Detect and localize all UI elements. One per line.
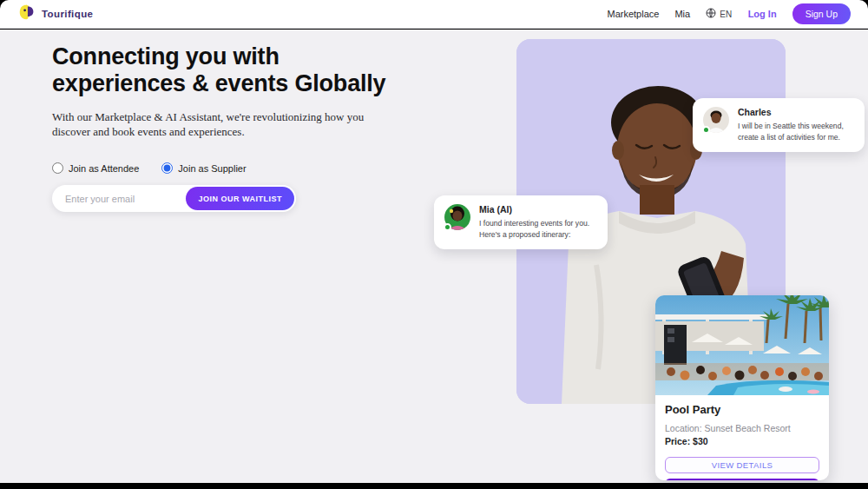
charles-message: I will be in Seattle this weekend, creat… — [738, 121, 854, 143]
mia-avatar — [444, 204, 470, 230]
event-title: Pool Party — [665, 403, 819, 416]
brand-logo[interactable]: Tourifique — [17, 3, 93, 25]
charles-name: Charles — [738, 107, 854, 117]
join-waitlist-button[interactable]: JOIN OUR WAITLIST — [186, 187, 294, 210]
mia-bubble-content: Mia (AI) I found interesting events for … — [479, 204, 597, 241]
supplier-radio-input[interactable] — [161, 162, 173, 174]
radio-join-as-supplier[interactable]: Join as Supplier — [161, 162, 246, 174]
book-now-button[interactable]: BOOK NOW — [665, 479, 819, 480]
brand-name: Tourifique — [42, 9, 93, 19]
role-radio-group: Join as Attendee Join as Supplier — [52, 162, 417, 174]
page-title: Connecting you with experiences & events… — [52, 43, 417, 98]
page-title-line2: experiences & events Globally — [52, 70, 417, 97]
mia-name: Mia (AI) — [479, 204, 597, 215]
mia-message: I found interesting events for you. Here… — [479, 218, 597, 241]
supplier-radio-label: Join as Supplier — [178, 163, 246, 174]
language-code: EN — [720, 10, 733, 19]
nav-item-mia[interactable]: Mia — [674, 9, 690, 19]
tourifique-logo-icon — [17, 3, 36, 25]
pool-party-image — [655, 295, 829, 395]
event-card-pool-party: Pool Party Location: Sunset Beach Resort… — [655, 295, 829, 480]
chat-bubble-mia: Mia (AI) I found interesting events for … — [434, 195, 608, 249]
waitlist-form: JOIN OUR WAITLIST — [52, 185, 296, 212]
top-navbar: Tourifique Marketplace Mia EN Log In Sig… — [0, 0, 868, 29]
hero-subtitle: With our Marketplace & AI Assistant, we'… — [52, 110, 398, 140]
nav-item-marketplace[interactable]: Marketplace — [607, 9, 659, 19]
online-status-dot — [444, 223, 451, 231]
language-selector[interactable]: EN — [706, 6, 733, 22]
event-location: Location: Sunset Beach Resort — [665, 423, 819, 433]
chat-bubble-charles: Charles I will be in Seattle this weeken… — [693, 98, 865, 152]
charles-avatar — [703, 107, 729, 133]
nav-links: Marketplace Mia EN Log In Sign Up — [607, 3, 851, 24]
attendee-radio-label: Join as Attendee — [69, 163, 139, 174]
page: Tourifique Marketplace Mia EN Log In Sig… — [0, 0, 868, 489]
view-details-button[interactable]: VIEW DETAILS — [665, 457, 819, 473]
attendee-radio-input[interactable] — [52, 162, 63, 174]
charles-bubble-content: Charles I will be in Seattle this weeken… — [738, 107, 854, 143]
event-price: Price: $30 — [665, 436, 819, 446]
signup-button[interactable]: Sign Up — [792, 3, 851, 24]
hero-section: Connecting you with experiences & events… — [0, 30, 868, 483]
event-card-body: Pool Party Location: Sunset Beach Resort… — [655, 395, 829, 480]
hero-content: Connecting you with experiences & events… — [52, 43, 417, 212]
login-link[interactable]: Log In — [748, 9, 777, 19]
globe-icon — [706, 6, 716, 22]
radio-join-as-attendee[interactable]: Join as Attendee — [52, 162, 139, 174]
online-status-dot — [702, 126, 710, 134]
page-title-line1: Connecting you with — [52, 43, 417, 70]
